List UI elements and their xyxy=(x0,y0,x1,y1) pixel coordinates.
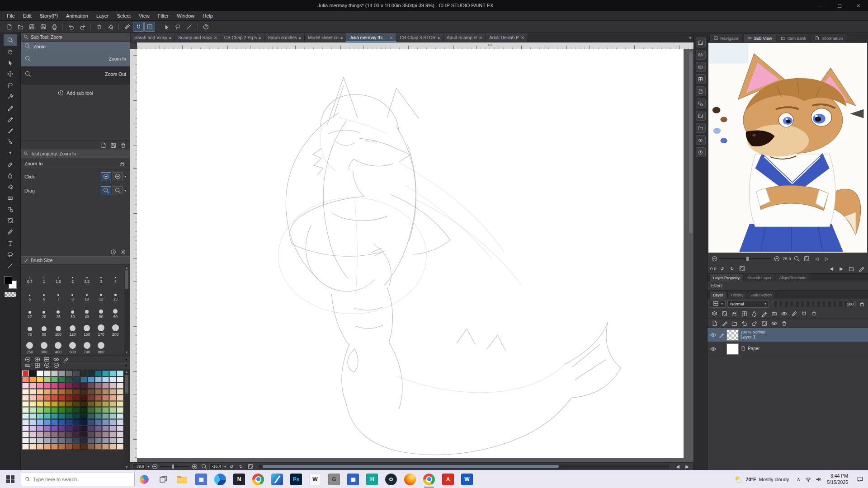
brush-size-option[interactable]: 0.7 xyxy=(23,267,37,284)
subview-flip-right-icon[interactable]: ▷ xyxy=(823,255,831,262)
color-swatch[interactable] xyxy=(73,432,80,437)
color-swatch[interactable] xyxy=(51,383,58,389)
color-swatch[interactable] xyxy=(88,419,94,425)
brush-size-option[interactable]: 150 xyxy=(80,319,94,337)
stopwatch-panel-icon[interactable] xyxy=(696,147,706,157)
color-swatch[interactable] xyxy=(29,377,36,383)
material-3d-panel-icon[interactable] xyxy=(696,111,706,121)
history-icon[interactable] xyxy=(109,248,117,255)
material-monochrome-panel-icon[interactable] xyxy=(696,74,706,84)
layer-color-icon[interactable] xyxy=(769,310,778,318)
search-highlights-icon[interactable] xyxy=(135,470,154,488)
color-swatch[interactable] xyxy=(51,395,58,401)
color-swatch[interactable] xyxy=(80,426,87,432)
color-swatch[interactable] xyxy=(95,401,102,407)
layer-mask-icon[interactable] xyxy=(720,310,729,318)
color-swatch[interactable] xyxy=(66,389,72,395)
brush-size-option[interactable]: 50 xyxy=(94,302,108,319)
subview-fit-button[interactable] xyxy=(793,255,801,262)
menu-filter[interactable]: Filter xyxy=(154,11,173,20)
brush-size-option[interactable]: 10 xyxy=(80,284,94,301)
tab-auto-action[interactable]: Auto Action xyxy=(748,291,776,299)
lasso-select-button[interactable] xyxy=(172,22,183,32)
color-swatch[interactable] xyxy=(44,371,51,376)
panel-tab-information[interactable]: Information xyxy=(811,33,847,42)
brush-size-scrollbar[interactable]: ▲ ▼ xyxy=(124,266,129,354)
document-tab[interactable]: Adult Scamp R× xyxy=(443,33,486,42)
color-swatch[interactable] xyxy=(73,413,80,419)
network-icon[interactable] xyxy=(803,476,813,483)
color-swatch[interactable] xyxy=(117,377,123,383)
color-swatch[interactable] xyxy=(88,383,94,389)
menu-select[interactable]: Select xyxy=(113,11,135,20)
color-swatch[interactable] xyxy=(80,383,87,389)
color-swatch[interactable] xyxy=(73,371,80,376)
color-swatch[interactable] xyxy=(29,419,36,425)
brush-tool[interactable] xyxy=(4,125,17,136)
subview-get-color-button[interactable] xyxy=(857,265,865,272)
brush-size-option[interactable]: 1 xyxy=(37,267,52,284)
color-swatch[interactable] xyxy=(44,407,51,413)
color-swatch[interactable] xyxy=(102,432,109,437)
color-swatch[interactable] xyxy=(117,389,123,395)
color-swatch[interactable] xyxy=(109,395,116,401)
tray-expand-icon[interactable]: ∧ xyxy=(793,476,803,482)
color-swatch[interactable] xyxy=(80,395,87,401)
move-layer-tool[interactable] xyxy=(4,68,17,80)
figure-tool[interactable] xyxy=(4,204,17,215)
color-swatch[interactable] xyxy=(22,419,29,425)
taskbar-search[interactable] xyxy=(21,473,135,486)
primary-color-swatch[interactable] xyxy=(4,276,12,284)
color-swatch[interactable] xyxy=(66,395,72,401)
color-swatch[interactable] xyxy=(73,383,80,389)
color-swatch[interactable] xyxy=(80,419,87,425)
tab-overflow-icon[interactable]: ▾ xyxy=(689,36,691,40)
subview-zoom-in-button[interactable] xyxy=(773,255,781,262)
color-swatch[interactable] xyxy=(109,377,116,383)
apply-mask-icon[interactable] xyxy=(769,319,778,327)
color-swatch[interactable] xyxy=(44,389,51,395)
brush-size-option[interactable]: 60 xyxy=(108,302,123,319)
add-color-button[interactable] xyxy=(42,361,51,369)
color-swatch[interactable] xyxy=(88,395,94,401)
brush-size-option[interactable]: 20 xyxy=(37,302,52,319)
airbrush-tool[interactable] xyxy=(4,136,17,147)
color-swatch[interactable] xyxy=(80,432,87,437)
color-swatch[interactable] xyxy=(29,383,36,389)
scroll-up-icon[interactable]: ▲ xyxy=(126,370,128,374)
color-swatch[interactable] xyxy=(44,401,51,407)
undo-button[interactable] xyxy=(66,22,76,32)
brush-size-option[interactable]: 17 xyxy=(23,302,37,319)
action-center-icon[interactable] xyxy=(852,470,868,488)
snap-to-special-ruler-button[interactable] xyxy=(133,22,144,32)
brush-size-option[interactable]: 25 xyxy=(51,302,66,319)
brush-size-option[interactable]: 15 xyxy=(108,284,123,301)
color-swatch[interactable] xyxy=(22,383,29,389)
color-swatch[interactable] xyxy=(22,395,29,401)
merge-to-lower-layer-icon[interactable] xyxy=(750,319,759,327)
color-swatch[interactable] xyxy=(102,371,109,376)
color-swatch[interactable] xyxy=(22,377,29,383)
color-swatch[interactable] xyxy=(117,383,123,389)
subview-actual-size-button[interactable] xyxy=(803,255,811,262)
start-button[interactable] xyxy=(0,470,21,488)
document-tab[interactable]: Sarah and Vicky● xyxy=(131,33,175,42)
task-view-icon[interactable] xyxy=(154,470,173,488)
brush-size-option[interactable]: 5 xyxy=(23,284,37,301)
tab-close-icon[interactable]: × xyxy=(389,35,393,40)
color-swatch[interactable] xyxy=(88,444,94,450)
reset-display-button[interactable] xyxy=(246,463,255,470)
color-swatch[interactable] xyxy=(22,432,29,437)
color-swatch[interactable] xyxy=(95,407,102,413)
menu-edit[interactable]: Edit xyxy=(19,11,36,20)
tab-layer[interactable]: Layer xyxy=(709,291,727,299)
swatch-grid-view-button[interactable] xyxy=(33,361,41,369)
color-swatch[interactable] xyxy=(44,432,51,437)
scroll-down-icon[interactable]: ▼ xyxy=(126,351,128,354)
color-swatch[interactable] xyxy=(51,407,58,413)
color-swatch[interactable] xyxy=(73,389,80,395)
color-swatch[interactable] xyxy=(80,413,87,419)
color-swatch[interactable] xyxy=(88,432,94,437)
color-swatch[interactable] xyxy=(37,389,43,395)
tab-search-layer[interactable]: Search Layer xyxy=(744,274,775,282)
